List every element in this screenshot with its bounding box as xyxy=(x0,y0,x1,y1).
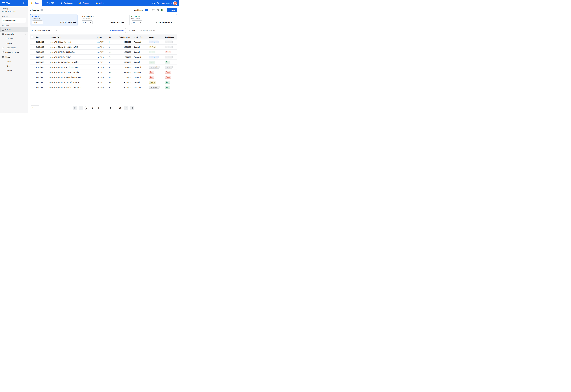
list-view-icon[interactable] xyxy=(152,9,155,11)
stat-card-issued[interactable]: ISSUED 99 Last 1 month VND 4.000.000.000… xyxy=(129,14,177,26)
cell-symbol: 1C25TBC xyxy=(96,76,108,78)
cell-symbol: 1C25TBC xyxy=(96,86,108,88)
last-page-button[interactable] xyxy=(130,106,134,110)
sidebar-item-cancel[interactable]: Cancel xyxy=(0,59,28,64)
prev-page-button[interactable] xyxy=(79,106,83,110)
page-button-5[interactable]: 5 xyxy=(109,106,113,110)
column-header-date[interactable]: Date▾ xyxy=(35,36,49,38)
table-row[interactable]: 13/03/2025 Công ty TNHH TM DV XD và PT L… xyxy=(30,85,177,90)
currency-select[interactable]: VND xyxy=(82,20,93,24)
cell-no: 876 xyxy=(108,66,116,68)
dashboard-toggle[interactable] xyxy=(145,9,150,11)
notifications-bell-icon[interactable] xyxy=(157,2,159,4)
column-header-symbol[interactable]: Symbol▾ xyxy=(96,36,108,38)
refresh-results-button[interactable]: Refresh results xyxy=(107,28,126,33)
column-header-invoice-type[interactable]: Invoice Type▾ xyxy=(133,36,148,38)
table-row[interactable]: 20/03/2025 Công ty TNHH TM DV XD Phát Đạ… xyxy=(30,50,177,55)
table-row[interactable]: 15/03/2025 Công ty TNHH TM DV XNK Đại Dư… xyxy=(30,75,177,80)
page-button-25[interactable]: 25 xyxy=(118,106,122,110)
cell-invoice-type: Original xyxy=(133,51,148,53)
table-row[interactable]: 14/03/2025 Công ty TNHH TM DV Phát Triển… xyxy=(30,80,177,85)
column-header-customer[interactable]: Customer Name▾ xyxy=(49,36,96,38)
sidebar-item-status[interactable]: Status xyxy=(0,55,28,59)
row-checkbox[interactable] xyxy=(31,51,33,53)
period-select[interactable]: Last 1 month xyxy=(131,18,175,20)
page-button-3[interactable]: 3 xyxy=(97,106,101,110)
row-checkbox[interactable] xyxy=(31,56,33,58)
sidebar-item-adjust[interactable]: Adjust xyxy=(0,64,28,68)
row-checkbox[interactable] xyxy=(31,76,33,78)
plus-icon: + xyxy=(169,9,171,11)
table-row[interactable]: 21/03/2025 Công ty CP Đầu tư và Phát tri… xyxy=(30,44,177,50)
info-icon[interactable]: i xyxy=(41,9,43,11)
next-page-button[interactable] xyxy=(124,106,128,110)
row-checkbox[interactable] xyxy=(31,71,33,73)
cell-customer-name: Công ty TNHH TM DV XD và PT Long Thịnh xyxy=(49,86,96,88)
sidebar-item-pos-invoice[interactable]: POS Invoice xyxy=(0,32,28,36)
first-page-button[interactable] xyxy=(73,106,77,110)
sidebar-item-issuance[interactable]: Issuance xyxy=(0,41,28,45)
chevron-down-icon xyxy=(40,22,42,23)
column-header-issuance[interactable]: Issuance▾ xyxy=(148,36,164,38)
export-excel-button[interactable]: X xyxy=(161,9,165,11)
cell-total-payment: 3.500.000 xyxy=(116,86,133,88)
table-row[interactable]: 22/03/2025 Công ty TNHH Sao Mai Invest 1… xyxy=(30,40,177,44)
sidebar-item-pos-data[interactable]: POS Data xyxy=(0,36,28,41)
row-checkbox[interactable] xyxy=(31,86,33,88)
tab-admin[interactable]: Admin xyxy=(93,0,107,6)
issuance-badge: Issued xyxy=(149,51,156,54)
new-button[interactable]: + New xyxy=(167,8,177,12)
currency-select[interactable]: VND xyxy=(32,20,43,24)
sidebar-toggle-icon[interactable] xyxy=(23,2,26,4)
sidebar-item-e-delivery-note[interactable]: e-Delivery Note xyxy=(0,45,28,50)
language-globe-icon[interactable] xyxy=(152,2,155,5)
select-all-checkbox[interactable] xyxy=(31,36,33,38)
date-range-picker[interactable]: 01/09/2024 - 25/03/2025 xyxy=(30,28,59,33)
row-checkbox[interactable] xyxy=(31,81,33,83)
filter-button[interactable]: Filter xyxy=(127,28,137,33)
column-header-email-status[interactable]: Email Status▾ xyxy=(164,36,177,38)
row-checkbox[interactable] xyxy=(31,66,33,68)
page-size-select[interactable]: 10 xyxy=(30,106,40,110)
user-name[interactable]: Quan Nguyen xyxy=(161,2,171,4)
table-row[interactable]: 17/03/2025 Công ty TNHH TM DV DL Phương … xyxy=(30,65,177,70)
email-status-badge: Failed xyxy=(165,76,171,79)
stat-card-total[interactable]: TOTAL 99 Last 1 month VND 93.000.000 VND xyxy=(30,14,78,26)
sidebar-item-replace[interactable]: Replace xyxy=(0,68,28,73)
stat-card-not-issued[interactable]: NOT ISSUED 99 Last 1 month VND 26.000.00… xyxy=(80,14,127,26)
table-row[interactable]: 18/03/2025 Công ty CP TM DV Tổng hợp Hưn… xyxy=(30,60,177,65)
sidebar-item-request-to-change[interactable]: Request to Change xyxy=(0,50,28,55)
page-button-1[interactable]: 1 xyxy=(85,106,89,110)
tab-sales[interactable]: Sales xyxy=(28,0,42,6)
reports-icon xyxy=(79,2,82,5)
table-row[interactable]: 16/03/2025 Công ty TNHH TM DV VT XNK Toà… xyxy=(30,70,177,75)
print-icon[interactable] xyxy=(157,9,159,11)
period-select[interactable]: Last 1 month xyxy=(82,18,125,20)
main-nav: Sales e-PIT Customers Reports xyxy=(28,0,107,6)
currency-select[interactable]: VND xyxy=(131,20,142,24)
sort-icon: ▾ xyxy=(103,36,103,38)
cell-customer-name: Công ty CP Đầu tư và Phát triển An Phú xyxy=(49,46,96,48)
column-header-total-payment[interactable]: Total Payment▾ xyxy=(116,36,133,38)
cell-total-payment: 4.100.000 xyxy=(116,61,133,63)
cell-no: 789 xyxy=(108,56,116,58)
tab-epit[interactable]: e-PIT xyxy=(43,0,57,6)
table-row[interactable]: 19/03/2025 Công ty TNHH TM DV Thiên An 1… xyxy=(30,55,177,60)
page-button-2[interactable]: 2 xyxy=(91,106,95,110)
last-page-icon xyxy=(131,107,133,109)
invoice-table: Date▾ Customer Name▾ Symbol▾ No.▾ Total … xyxy=(30,34,177,103)
shop-select[interactable]: Webcash Vietnam xyxy=(2,18,26,23)
row-checkbox[interactable] xyxy=(31,41,33,43)
cell-customer-name: Công ty TNHH TM DV Phát Triển Đông Á xyxy=(49,81,96,83)
page-button-4[interactable]: 4 xyxy=(102,106,107,110)
chevron-down-icon xyxy=(37,107,38,109)
period-select[interactable]: Last 1 month xyxy=(32,18,76,20)
search-input[interactable] xyxy=(139,28,177,33)
tab-reports[interactable]: Reports xyxy=(76,0,92,6)
tab-customers[interactable]: Customers xyxy=(57,0,75,6)
sidebar-item-e-invoice[interactable]: e-Invoice xyxy=(0,27,28,32)
row-checkbox[interactable] xyxy=(31,61,33,63)
column-header-no[interactable]: No.▾ xyxy=(108,36,116,38)
row-checkbox[interactable] xyxy=(31,46,33,48)
user-avatar[interactable]: S xyxy=(173,1,177,5)
